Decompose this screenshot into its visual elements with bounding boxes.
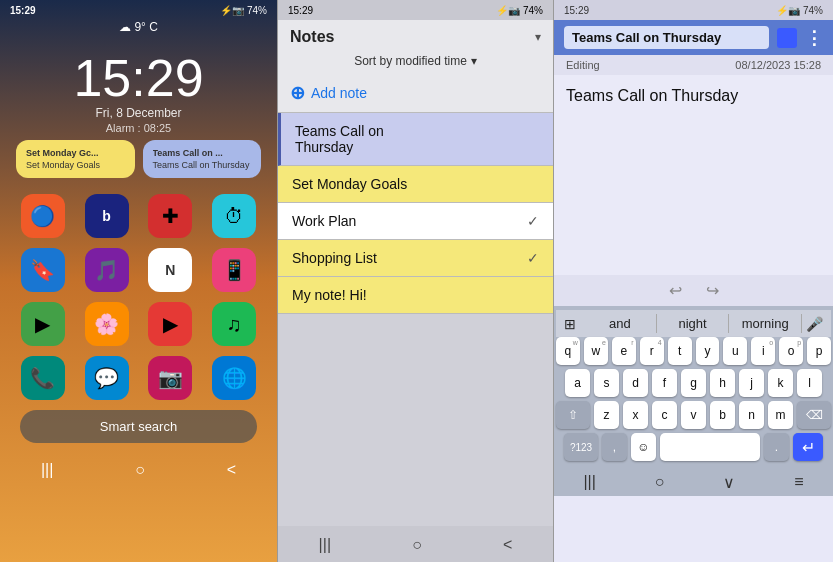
add-note-button[interactable]: ⊕ Add note bbox=[278, 74, 553, 113]
note-item-teams-call[interactable]: Teams Call onThursday bbox=[278, 113, 553, 166]
widget1-body: Set Monday Goals bbox=[26, 160, 125, 170]
note-item-monday-goals[interactable]: Set Monday Goals bbox=[278, 166, 553, 203]
key-b[interactable]: b bbox=[710, 401, 735, 429]
key-enter[interactable]: ↵ bbox=[793, 433, 823, 461]
suggestion-night[interactable]: night bbox=[657, 314, 730, 333]
key-o[interactable]: op bbox=[779, 337, 803, 365]
note-item-mynote[interactable]: My note! Hi! bbox=[278, 277, 553, 314]
note-title-mynote: My note! Hi! bbox=[292, 287, 539, 303]
key-g[interactable]: g bbox=[681, 369, 706, 397]
nav-recent-2[interactable]: ||| bbox=[319, 536, 331, 554]
app-icon-7[interactable]: N bbox=[148, 248, 192, 292]
sort-bar[interactable]: Sort by modified time ▾ bbox=[278, 50, 553, 74]
edit-date: 08/12/2023 15:28 bbox=[735, 59, 821, 71]
undo-redo-bar: ↩ ↪ bbox=[554, 275, 833, 306]
key-u[interactable]: u bbox=[723, 337, 747, 365]
key-w[interactable]: we bbox=[584, 337, 608, 365]
clock-time: 15:29 bbox=[0, 52, 277, 104]
key-l[interactable]: l bbox=[797, 369, 822, 397]
editor-title: Teams Call on Thursday bbox=[564, 26, 769, 49]
key-z[interactable]: z bbox=[594, 401, 619, 429]
app-icon-3[interactable]: ✚ bbox=[148, 194, 192, 238]
redo-icon[interactable]: ↪ bbox=[706, 281, 719, 300]
note-title-monday: Set Monday Goals bbox=[292, 176, 539, 192]
keyboard-row-z: ⇧ z x c v b n m ⌫ bbox=[556, 401, 831, 429]
key-v[interactable]: v bbox=[681, 401, 706, 429]
key-shift[interactable]: ⇧ bbox=[556, 401, 590, 429]
app-icon-6[interactable]: 🎵 bbox=[85, 248, 129, 292]
app-icon-12[interactable]: ♫ bbox=[212, 302, 256, 346]
notes-dropdown-icon[interactable]: ▾ bbox=[535, 30, 541, 44]
mic-icon[interactable]: 🎤 bbox=[806, 316, 823, 332]
key-backspace[interactable]: ⌫ bbox=[797, 401, 831, 429]
nav-home-1[interactable]: ○ bbox=[135, 461, 145, 479]
key-t[interactable]: t bbox=[668, 337, 692, 365]
key-m[interactable]: m bbox=[768, 401, 793, 429]
key-e[interactable]: er bbox=[612, 337, 636, 365]
key-comma[interactable]: , bbox=[602, 433, 627, 461]
notes-header: Notes ▾ bbox=[278, 20, 553, 50]
key-r[interactable]: r4 bbox=[640, 337, 664, 365]
note-item-work-plan[interactable]: ✓ Work Plan bbox=[278, 203, 553, 240]
keyboard-suggestions: ⊞ and night morning 🎤 bbox=[556, 310, 831, 337]
app-icon-4[interactable]: ⏱ bbox=[212, 194, 256, 238]
app-icon-16[interactable]: 🌐 bbox=[212, 356, 256, 400]
key-a[interactable]: a bbox=[565, 369, 590, 397]
nav-menu-3[interactable]: ≡ bbox=[794, 473, 803, 492]
kb-grid-icon[interactable]: ⊞ bbox=[564, 316, 576, 332]
app-icon-1[interactable]: 🔵 bbox=[21, 194, 65, 238]
more-options-icon[interactable]: ⋮ bbox=[805, 27, 823, 49]
add-icon: ⊕ bbox=[290, 82, 305, 104]
key-f[interactable]: f bbox=[652, 369, 677, 397]
color-square-icon[interactable] bbox=[777, 28, 797, 48]
app-icon-13[interactable]: 📞 bbox=[21, 356, 65, 400]
key-j[interactable]: j bbox=[739, 369, 764, 397]
key-n[interactable]: n bbox=[739, 401, 764, 429]
smart-search-bar[interactable]: Smart search bbox=[20, 410, 257, 443]
key-d[interactable]: d bbox=[623, 369, 648, 397]
key-s[interactable]: s bbox=[594, 369, 619, 397]
key-h[interactable]: h bbox=[710, 369, 735, 397]
key-i[interactable]: io bbox=[751, 337, 775, 365]
nav-keyboard-hide[interactable]: ∨ bbox=[723, 473, 735, 492]
notes-title: Notes bbox=[290, 28, 334, 46]
suggestion-morning[interactable]: morning bbox=[729, 314, 802, 333]
app-icon-9[interactable]: ▶ bbox=[21, 302, 65, 346]
nav-recent-3[interactable]: ||| bbox=[583, 473, 595, 492]
note-check-shopping: ✓ bbox=[527, 250, 539, 266]
app-icon-14[interactable]: 💬 bbox=[85, 356, 129, 400]
notes-list-panel: 15:29 ⚡📷 74% Notes ▾ Sort by modified ti… bbox=[277, 0, 554, 562]
key-p[interactable]: p bbox=[807, 337, 831, 365]
key-k[interactable]: k bbox=[768, 369, 793, 397]
widget-teams-call[interactable]: Teams Call on ... Teams Call on Thursday bbox=[143, 140, 262, 178]
status-time-3: 15:29 bbox=[564, 5, 589, 16]
key-c[interactable]: c bbox=[652, 401, 677, 429]
key-space[interactable] bbox=[660, 433, 760, 461]
widget-monday-goals[interactable]: Set Monday Gc... Set Monday Goals bbox=[16, 140, 135, 178]
key-y[interactable]: y bbox=[696, 337, 720, 365]
app-icon-11[interactable]: ▶ bbox=[148, 302, 192, 346]
note-editor-panel: 15:29 ⚡📷 74% Teams Call on Thursday ⋮ Ed… bbox=[554, 0, 833, 562]
key-num[interactable]: ?123 bbox=[564, 433, 598, 461]
app-icon-15[interactable]: 📷 bbox=[148, 356, 192, 400]
key-q[interactable]: qw bbox=[556, 337, 580, 365]
keyboard-row-q: qw we er r4 t y u io op p bbox=[556, 337, 831, 365]
note-title-workplan: Work Plan bbox=[292, 213, 539, 229]
app-icon-10[interactable]: 🌸 bbox=[85, 302, 129, 346]
suggestion-and[interactable]: and bbox=[584, 314, 657, 333]
app-icon-8[interactable]: 📱 bbox=[212, 248, 256, 292]
nav-back-1[interactable]: < bbox=[227, 461, 236, 479]
app-icon-2[interactable]: b bbox=[85, 194, 129, 238]
app-icon-5[interactable]: 🔖 bbox=[21, 248, 65, 292]
nav-home-3[interactable]: ○ bbox=[655, 473, 665, 492]
nav-back-2[interactable]: < bbox=[503, 536, 512, 554]
home-screen-panel: 15:29 ⚡📷 74% ☁ 9° C 15:29 Fri, 8 Decembe… bbox=[0, 0, 277, 562]
editor-content-area[interactable]: Teams Call on Thursday bbox=[554, 75, 833, 275]
key-x[interactable]: x bbox=[623, 401, 648, 429]
note-item-shopping[interactable]: ✓ Shopping List bbox=[278, 240, 553, 277]
undo-icon[interactable]: ↩ bbox=[669, 281, 682, 300]
key-emoji[interactable]: ☺ bbox=[631, 433, 656, 461]
nav-recent-1[interactable]: ||| bbox=[41, 461, 53, 479]
nav-home-2[interactable]: ○ bbox=[412, 536, 422, 554]
key-period[interactable]: . bbox=[764, 433, 789, 461]
